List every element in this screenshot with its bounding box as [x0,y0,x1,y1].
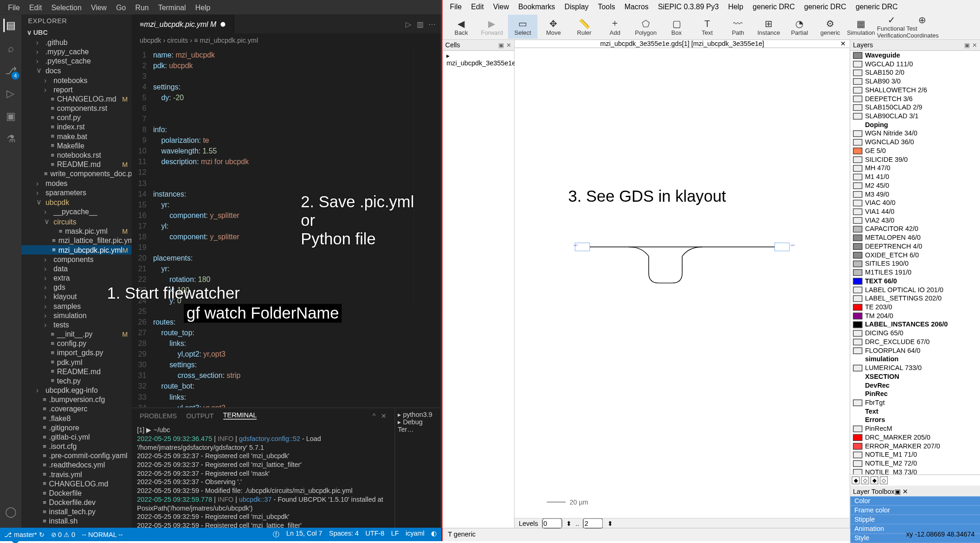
panel-close-icon[interactable]: ✕ [381,412,387,419]
kl-menu-item[interactable]: Help [725,3,747,11]
panel-maximize-icon[interactable]: ^ [373,412,376,419]
status-item[interactable]: ⓕ [273,530,279,539]
layer-row[interactable]: Errors [851,415,980,424]
tool-ruler[interactable]: 📏Ruler [569,14,599,38]
folder-sparameters[interactable]: ›sparameters [21,188,132,197]
layer-row[interactable]: LUMERICAL 733/0 [851,364,980,372]
kl-menu-item[interactable]: File [446,3,465,11]
tool-test[interactable]: ⊕TestCoordinates [908,14,937,38]
tool-back[interactable]: ◀Back [446,14,476,38]
layer-row[interactable]: simulation [851,355,980,364]
layer-row[interactable]: Waveguide [851,51,980,59]
code-content[interactable]: name: mzi_ubcpdk pdk: ubcpdk settings: d… [150,47,441,408]
menu-help[interactable]: Help [191,3,214,11]
file-mzi_ubcpdk-pic-yml[interactable]: ≡mzi_ubcpdk.pic.ymlM [21,245,132,255]
terminal[interactable]: [1] ▶ ~/ubc2022-05-25 09:32:36.475 | INF… [132,423,394,541]
tool-text[interactable]: TText [693,14,722,38]
layer-row[interactable]: DRC_MARKER 205/0 [851,433,980,442]
account-icon[interactable]: ◯ [4,505,18,518]
layer-row[interactable]: WGN Nitride 34/0 [851,129,980,138]
folder-modes[interactable]: ›modes [21,179,132,188]
panel-tab-terminal[interactable]: TERMINAL [223,411,257,419]
layer-row[interactable]: VIAC 40/0 [851,198,980,207]
kl-menu-item[interactable]: Bookmarks [515,3,559,11]
menu-edit[interactable]: Edit [25,3,46,11]
kl-menu-item[interactable]: generic DRC [852,3,901,11]
kl-menu-item[interactable]: View [490,3,512,11]
file-Dockerfile[interactable]: ≡Dockerfile [21,488,132,498]
tool-path[interactable]: 〰Path [723,14,753,38]
layer-row[interactable]: NOTILE_M1 71/0 [851,450,980,459]
layer-row[interactable]: M2 45/0 [851,181,980,190]
file--gitignore[interactable]: ≡.gitignore [21,423,132,432]
kl-menu-item[interactable]: Macros [621,3,652,11]
levels-stepper-icon[interactable]: ⬍ [607,520,613,527]
layer-row[interactable]: ERROR_MARKER 207/0 [851,441,980,450]
folder-simulation[interactable]: ›simulation [21,311,132,320]
file-install-sh[interactable]: ≡install.sh [21,517,132,526]
layer-row[interactable]: LABEL_SETTINGS 202/0 [851,294,980,303]
folder--github[interactable]: ›.github [21,38,132,47]
file-pdk-yml[interactable]: ≡pdk.yml [21,358,132,367]
layer-row[interactable]: PinRecM [851,424,980,433]
levels-stepper-icon[interactable]: ⬍ [566,520,572,527]
tool-add[interactable]: ＋Add [600,14,630,38]
status-item[interactable]: Ln 15, Col 7 [286,530,322,539]
tool-box[interactable]: ▢Box [662,14,691,38]
explorer-icon[interactable]: ▤ [3,19,17,32]
tool-forward[interactable]: ▶Forward [477,14,507,38]
kl-menu-item[interactable]: Tools [594,3,618,11]
layer-row[interactable]: TM 204/0 [851,311,980,320]
tool-functional[interactable]: ✓FunctionalVerification [877,14,906,38]
toolbox-stipple[interactable]: Stipple [851,515,980,524]
layer-row[interactable]: PinRec [851,390,980,398]
file-README-md[interactable]: ≡README.md [21,367,132,376]
debug-icon[interactable]: ▷ [4,87,18,100]
file--travis-yml[interactable]: ≡.travis.yml [21,470,132,479]
status-item[interactable]: ⎇ master* ↻ [4,531,44,538]
folder-circuits[interactable]: ∨circuits [21,217,132,227]
status-item[interactable]: ⊘ 0 ⚠ 0 [51,531,76,538]
layer-row[interactable]: SLAB150CLAD 2/9 [851,103,980,112]
tool-move[interactable]: ✥Move [539,14,568,38]
file--gitlab-ci-yml[interactable]: ≡.gitlab-ci.yml [21,432,132,441]
run-icon[interactable]: ▷ [406,19,411,28]
layout-canvas[interactable]: opt1 opt1 20 µm [515,48,850,518]
menu-view[interactable]: View [87,3,110,11]
status-item[interactable]: Spaces: 4 [329,530,359,539]
folder--mypy_cache[interactable]: ›.mypy_cache [21,47,132,56]
file-__init__-py[interactable]: ≡__init__.pyM [21,329,132,339]
more-icon[interactable]: ⋯ [428,19,436,28]
file-mask-pic-yml[interactable]: ≡mask.pic.ymlM [21,226,132,236]
menu-file[interactable]: File [4,3,24,11]
tool-partial[interactable]: ◔Partial [785,14,814,38]
folder-tests[interactable]: ›tests [21,320,132,329]
levels-from-input[interactable] [542,519,562,529]
layer-row[interactable]: Text [851,407,980,415]
layer-row[interactable]: GE 5/0 [851,147,980,155]
file-index-rst[interactable]: ≡index.rst [21,122,132,132]
layer-row[interactable]: TEXT 66/0 [851,276,980,285]
tb-btn[interactable]: ◆ [851,476,859,484]
layer-row[interactable]: NOTILE_M3 73/0 [851,467,980,474]
layer-row[interactable]: M1 41/0 [851,172,980,181]
test-icon[interactable]: ⚗ [4,132,18,146]
file--readthedocs-yml[interactable]: ≡.readthedocs.yml [21,460,132,470]
file-config-py[interactable]: ≡config.py [21,339,132,348]
layer-row[interactable]: SLAB90CLAD 3/1 [851,112,980,121]
folder-ubcpdk[interactable]: ∨ubcpdk [21,197,132,207]
status-item[interactable]: LF [391,530,399,539]
file-notebooks-rst[interactable]: ≡notebooks.rst [21,150,132,160]
file-Makefile[interactable]: ≡Makefile [21,141,132,150]
file-conf-py[interactable]: ≡conf.py [21,113,132,122]
layer-row[interactable]: M3 49/0 [851,190,980,198]
layer-row[interactable]: OXIDE_ETCH 6/0 [851,250,980,259]
layer-row[interactable]: FLOORPLAN 64/0 [851,346,980,355]
folder-extra[interactable]: ›extra [21,273,132,282]
layer-row[interactable]: VIA2 43/0 [851,216,980,224]
kl-menu-item[interactable]: Edit [468,3,487,11]
kl-menu-item[interactable]: generic DRC [749,3,798,11]
file-mzi_lattice_filter-pic-yml[interactable]: ≡mzi_lattice_filter.pic.ymlM [21,236,132,245]
tool-generic[interactable]: ⚙generic [816,14,845,38]
layer-row[interactable]: NOTILE_M2 72/0 [851,459,980,468]
